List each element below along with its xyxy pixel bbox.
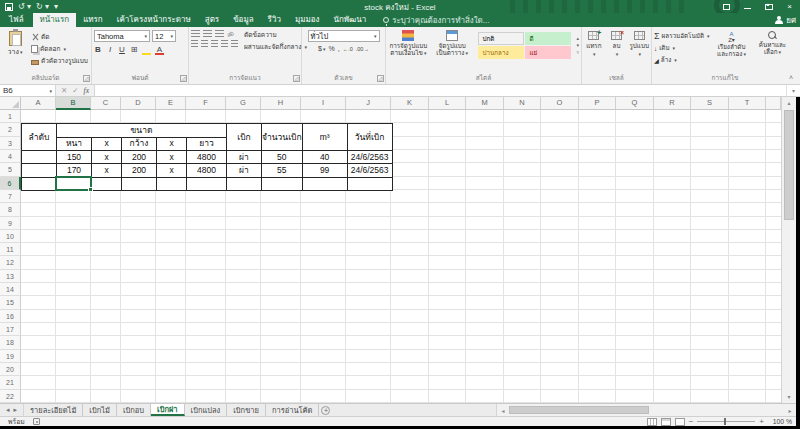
column-header-C[interactable]: C (91, 97, 121, 110)
zoom-out-icon[interactable]: − (689, 418, 694, 426)
row-header-4[interactable]: 4 (0, 150, 21, 163)
vertical-scrollbar[interactable]: ▴ ▾ (781, 97, 796, 403)
new-sheet-button[interactable]: + (319, 404, 332, 416)
italic-button[interactable]: I (106, 45, 114, 55)
th-no[interactable]: ลำดับ (22, 124, 57, 151)
font-size-combo[interactable]: 12▾ (152, 30, 176, 42)
grid-area[interactable]: ลำดับ ขนาด เบิก จำนวนเบิก m³ วันที่เบิก … (21, 110, 781, 403)
row-header-3[interactable]: 3 (0, 137, 21, 150)
cell-H6[interactable] (262, 177, 303, 190)
sheet-tab-3[interactable]: เบิกผ่า (151, 404, 184, 416)
zoom-in-icon[interactable]: + (759, 418, 764, 426)
th-thick[interactable]: หนา (57, 137, 92, 150)
column-header-F[interactable]: F (186, 97, 226, 110)
format-as-table-button[interactable]: จัดรูปแบบ เป็นตาราง▾ (432, 30, 473, 59)
sheet-tab-6[interactable]: การอ่านโค้ด (266, 404, 320, 416)
gallery-more-icon[interactable]: ▿ (576, 49, 579, 55)
row-header-9[interactable]: 9 (0, 217, 21, 230)
cell-H4[interactable]: 50 (262, 150, 303, 163)
column-header-H[interactable]: H (261, 97, 301, 110)
cell-I6[interactable] (302, 177, 347, 190)
row-header-6[interactable]: 6 (0, 177, 21, 190)
row-header-17[interactable]: 17 (0, 323, 21, 336)
th-x1[interactable]: x (92, 137, 122, 150)
gallery-up-icon[interactable]: ▴ (576, 35, 579, 41)
th-size[interactable]: ขนาด (57, 124, 227, 137)
column-header-D[interactable]: D (121, 97, 156, 110)
number-dialog-launcher-icon[interactable]: ◿ (377, 75, 384, 82)
vertical-scroll-thumb[interactable] (784, 110, 794, 220)
cell-D5[interactable]: 200 (122, 164, 157, 177)
cell-J5[interactable]: 24/6/2563 (347, 164, 392, 177)
find-select-button[interactable]: ค้นหาและ เลือก▾ (754, 30, 792, 65)
bold-button[interactable]: B (94, 45, 102, 55)
row-header-5[interactable]: 5 (0, 163, 21, 176)
zoom-slider-thumb[interactable] (724, 418, 726, 425)
cell-F5[interactable]: 4800 (187, 164, 227, 177)
page-layout-view-icon[interactable] (661, 418, 671, 426)
row-header-20[interactable]: 20 (0, 363, 21, 376)
row-header-19[interactable]: 19 (0, 350, 21, 363)
merge-center-button[interactable]: ผสานและจัดกึ่งกลาง▾ (244, 42, 307, 52)
copy-button[interactable]: คัดลอก▾ (31, 44, 88, 54)
name-box[interactable]: B6▾ (0, 85, 56, 96)
tab-file[interactable]: ไฟล์ (0, 13, 33, 27)
row-header-8[interactable]: 8 (0, 203, 21, 216)
th-length[interactable]: ยาว (187, 137, 227, 150)
comma-style-button[interactable]: , (338, 45, 340, 52)
cell-G6[interactable] (227, 177, 262, 190)
scroll-up-icon[interactable]: ▴ (782, 97, 796, 109)
cell-A5[interactable] (22, 164, 57, 177)
cut-button[interactable]: ตัด (31, 32, 88, 42)
th-volume[interactable]: m³ (302, 124, 347, 151)
align-center-icon[interactable] (201, 40, 208, 47)
normal-view-icon[interactable] (647, 418, 657, 426)
redo-icon[interactable]: ↻ ▾ (36, 2, 49, 12)
decrease-decimal-button[interactable]: .00→ (356, 46, 369, 52)
row-header-2[interactable]: 2 (0, 123, 21, 136)
insert-cells-button[interactable]: + แทรก▾ (584, 30, 604, 57)
cell-G4[interactable]: ผ่า (227, 150, 262, 163)
delete-cells-button[interactable]: × ลบ▾ (607, 30, 627, 57)
font-name-combo[interactable]: Tahoma▾ (94, 30, 150, 42)
cell-I4[interactable]: 40 (302, 150, 347, 163)
ribbon-tab-4[interactable]: ข้อมูล (226, 13, 260, 27)
number-format-combo[interactable]: ทั่วไป▾ (308, 30, 380, 42)
column-header-M[interactable]: M (466, 97, 504, 110)
cell-G5[interactable]: ผ่า (227, 164, 262, 177)
column-header-R[interactable]: R (654, 97, 691, 110)
cell-C4[interactable]: x (92, 150, 122, 163)
cell-D4[interactable]: 200 (122, 150, 157, 163)
column-header-Q[interactable]: Q (616, 97, 654, 110)
column-header-J[interactable]: J (346, 97, 391, 110)
column-header-I[interactable]: I (301, 97, 346, 110)
th-date[interactable]: วันที่เบิก (347, 124, 392, 151)
gallery-down-icon[interactable]: ▾ (576, 42, 579, 48)
cell-A6[interactable] (22, 177, 57, 190)
cell-I5[interactable]: 99 (302, 164, 347, 177)
account-badge[interactable]: ยศ (775, 13, 796, 27)
column-header-G[interactable]: G (226, 97, 261, 110)
cell-B6[interactable] (57, 177, 92, 190)
customize-qat-icon[interactable]: ▾ (54, 2, 58, 12)
horizontal-scroll-thumb[interactable] (509, 406, 649, 414)
th-x2[interactable]: x (157, 137, 187, 150)
percent-style-button[interactable]: % (328, 45, 334, 52)
column-header-E[interactable]: E (156, 97, 186, 110)
insert-function-icon[interactable]: fx (84, 86, 89, 95)
ribbon-display-options-button[interactable] (718, 1, 735, 12)
cell-H5[interactable]: 55 (262, 164, 303, 177)
column-header-B[interactable]: B (56, 97, 91, 110)
fill-color-button[interactable] (142, 45, 151, 55)
ribbon-tab-6[interactable]: มุมมอง (288, 13, 327, 27)
prev-sheet-icon[interactable]: ◂ (6, 406, 10, 414)
format-cells-button[interactable]: รูปแบบ▾ (629, 30, 649, 57)
column-header-P[interactable]: P (579, 97, 616, 110)
cell-style-normal[interactable]: ปกติ (478, 32, 524, 45)
column-header-O[interactable]: O (541, 97, 579, 110)
decrease-indent-icon[interactable] (221, 40, 228, 47)
undo-icon[interactable]: ↺ ▾ (18, 2, 31, 12)
column-header-K[interactable]: K (391, 97, 429, 110)
row-header-18[interactable]: 18 (0, 336, 21, 349)
enter-icon[interactable]: ✓ (72, 86, 78, 95)
